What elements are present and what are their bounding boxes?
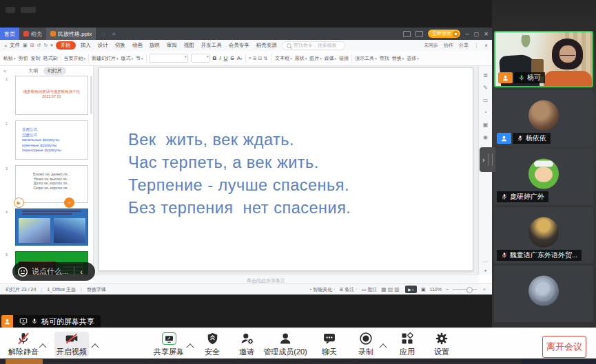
ribbon-tab-animation[interactable]: 动画 [130,41,145,50]
chevron-down-icon[interactable]: ▾ [50,43,53,48]
sync-status[interactable]: 未同步 [424,42,438,49]
shape-button[interactable]: 形状▾ [295,55,307,62]
tab-list-icon[interactable]: ◌ [101,30,105,37]
ribbon-tab-insert[interactable]: 插入 [79,41,93,50]
apps-button[interactable]: 应用 [400,332,415,357]
side-layout-icon[interactable]: ▣ [479,122,492,128]
zoom-out-icon[interactable]: − [446,287,449,292]
layout-split-icon[interactable] [403,31,411,37]
slideshow-play-button[interactable]: ▶▾ [405,286,417,293]
bold-button[interactable]: B [213,55,217,61]
ribbon-tab-docer-res[interactable]: 稻壳资源 [254,41,279,50]
ribbon-tab-design[interactable]: 设计 [96,41,110,50]
side-edit-icon[interactable]: ✎ [479,85,492,91]
font-size-select[interactable] [191,54,210,63]
invite-button[interactable]: 邀请 [239,332,254,357]
present-tools-button[interactable]: 演示工具▾ [355,55,377,62]
alignment-icons[interactable]: ≡≣⊟⇅ [249,56,269,61]
zoom-level[interactable]: 110% [430,287,442,292]
undo-icon[interactable]: ↺ [37,43,41,48]
tab-slides[interactable]: 幻灯片 [43,67,66,75]
zoom-in-icon[interactable]: ＋ [482,286,486,293]
paste-button[interactable]: 粘贴▾ [3,55,16,62]
underline-button[interactable]: U [224,55,228,61]
side-help-icon[interactable]: ◉ [479,134,492,140]
chat-placeholder[interactable]: 说点什么... [32,266,68,277]
record-options-caret[interactable] [379,343,387,351]
side-more-icon[interactable]: ⋯ [479,259,492,265]
theme-name[interactable]: 1_Office 主题 [47,286,76,293]
video-options-caret[interactable] [91,343,99,351]
section-button[interactable]: 节▾ [136,55,143,62]
media-button[interactable]: 媒体▾ [325,55,337,62]
format-painter-button[interactable]: 格式刷 [43,55,58,62]
cowork-button[interactable]: 协作 [444,42,453,49]
tab-outline[interactable]: 大纲 [28,67,38,74]
minimize-icon[interactable]: ─ [465,31,469,37]
start-video-button[interactable]: 开启视频 [56,332,87,357]
search-input[interactable]: 查找命令，搜索模板 [282,41,345,50]
slide-thumb-4[interactable] [15,208,88,246]
select-button[interactable]: 选择▾ [407,55,419,62]
view-mode-icons[interactable]: ▦▤▥ [381,286,401,292]
replace-font-button[interactable]: 替换字体 [87,286,106,293]
picture-button[interactable]: 图片▾ [309,55,322,62]
file-menu[interactable]: 文件 [10,42,20,49]
font-family-select[interactable] [150,54,188,63]
print-icon[interactable]: ⊞ [30,43,34,48]
more-icon[interactable]: ⋮ [474,43,479,48]
layout-button[interactable]: 版式▾ [121,55,134,62]
manage-members-button[interactable]: 管理成员(20) [263,332,307,357]
slide-thumb-1[interactable]: 俄罗斯民间童话与俄罗斯民族个性 2022.07.01 [15,76,88,115]
share-options-caret[interactable] [186,343,194,351]
current-slide[interactable]: Век жить, век ждать. Час терпеть, а век … [99,67,473,271]
italic-button[interactable]: I [219,55,220,61]
wps-tab-document[interactable]: 民族性格.pptx [46,28,96,40]
unmute-options-caret[interactable] [39,343,46,351]
unmute-button[interactable]: 解除静音 [8,332,39,357]
add-slide-button[interactable]: ＋ [64,197,74,208]
panel-collapse-icon[interactable]: « [3,69,6,74]
beautify-button[interactable]: ◔ 智能美化 · [309,286,335,293]
textbox-button[interactable]: 文本框▾ [275,55,292,62]
sidebar-collapse-handle[interactable]: › [480,147,495,172]
notes-button[interactable]: ≣ 备注 · [340,286,358,293]
leave-meeting-button[interactable]: 离开会议 [542,336,586,358]
ribbon-tab-slideshow[interactable]: 放映 [147,41,162,50]
settings-button[interactable]: 设置 [434,332,449,357]
ribbon-tab-start[interactable]: 开始 [56,41,76,50]
record-button[interactable]: 录制 [358,332,373,357]
collapse-chat-icon[interactable]: ‹ [80,268,83,276]
participant-tile-weitongyu[interactable]: 魏童语广东外语外贸... [494,207,593,264]
quick-chat-bubble[interactable]: 说点什么... ‹ [12,262,95,281]
participant-tile-yangke[interactable]: 杨可 [494,31,593,87]
share-button[interactable]: 分享 [459,42,469,49]
participant-tile-yangyiyi[interactable]: 杨依依 [494,90,593,147]
play-slide-button[interactable]: ▶ [14,197,24,208]
find-button[interactable]: 查找 [380,55,389,62]
collapse-ribbon-icon[interactable]: ∧ [484,43,488,48]
slide-thumb-3[interactable]: Близко ли, далеко ли... Низко ли, высоко… [15,165,88,203]
zoom-slider[interactable] [453,289,477,290]
redo-icon[interactable]: ↻ [43,43,48,48]
fit-window-icon[interactable]: ▣ [421,287,426,292]
participant-tile-pangyanting[interactable]: 庞研婷广外 [494,149,593,205]
notes-bar[interactable]: 单击此处添加备注 [94,275,478,283]
zoom-slider-knob[interactable] [466,287,473,293]
side-color-icon[interactable]: ◔ [479,109,492,116]
layout-grid-icon[interactable] [415,31,423,37]
side-dot-icon[interactable]: ● [479,268,492,272]
new-slide-button[interactable]: 新建幻灯片▾ [92,55,119,62]
wps-tab-home[interactable]: 首页 [0,28,19,40]
link-button[interactable]: 链接 [339,55,349,62]
ribbon-tab-review[interactable]: 审阅 [165,41,179,50]
side-notes-icon[interactable]: ≣ [479,72,492,78]
close-icon[interactable]: ✕ [484,31,489,37]
ribbon-tab-transition[interactable]: 切换 [113,41,127,50]
restore-icon[interactable]: ▢ [474,31,480,37]
copy-button[interactable]: 复制 [31,55,41,62]
panel-scrollbar[interactable] [90,76,92,114]
replace-button[interactable]: 替换▾ [392,55,404,62]
emoji-icon[interactable] [17,266,28,277]
slide-thumb-2[interactable]: 首尾公式 过渡公式 начальные формулы конечные фор… [15,120,88,160]
